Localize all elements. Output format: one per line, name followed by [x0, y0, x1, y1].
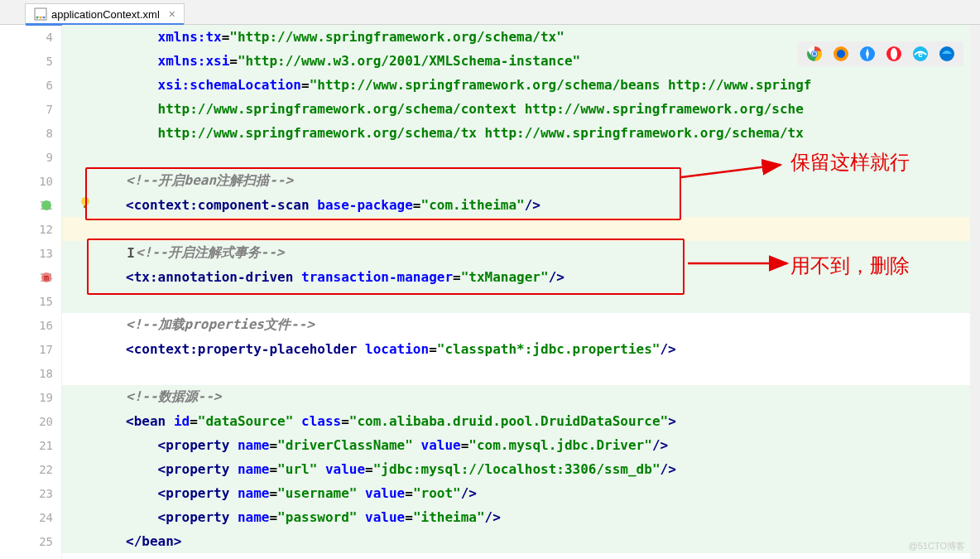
annotation-keep: 保留这样就行 [790, 149, 910, 176]
watermark: @51CTO博客 [909, 540, 965, 552]
svg-text:m: m [44, 273, 49, 282]
arrow-icon [688, 255, 794, 275]
svg-point-15 [837, 50, 845, 58]
ie-icon[interactable]: e [912, 46, 929, 62]
annotation-box-keep [85, 167, 681, 220]
arrow-icon [681, 161, 789, 189]
svg-point-13 [813, 52, 816, 55]
gutter: 4 5 6 7 8 9 10 11 12 13 14m 15 16 17 18 … [0, 25, 62, 559]
method-icon: m [40, 271, 53, 284]
close-icon[interactable]: × [169, 7, 175, 21]
svg-point-19 [891, 48, 897, 60]
svg-line-7 [681, 165, 781, 177]
safari-icon[interactable] [859, 46, 876, 62]
code-area[interactable]: xmlns:tx="http://www.springframework.org… [62, 25, 980, 559]
tab-filename: applicationContext.xml [51, 8, 160, 21]
chrome-icon[interactable] [806, 46, 823, 62]
edge-icon[interactable] [939, 46, 955, 62]
scrollbar[interactable] [970, 25, 980, 559]
svg-text:e: e [918, 50, 923, 59]
annotation-box-remove [87, 239, 685, 295]
file-tab[interactable]: applicationContext.xml × [25, 3, 185, 24]
svg-point-1 [41, 200, 51, 210]
browser-icons-toolbar: e [798, 41, 963, 66]
opera-icon[interactable] [886, 46, 902, 62]
tab-bar: applicationContext.xml × [0, 0, 980, 25]
firefox-icon[interactable] [833, 46, 849, 62]
bean-icon [40, 199, 53, 212]
editor[interactable]: 4 5 6 7 8 9 10 11 12 13 14m 15 16 17 18 … [0, 25, 980, 559]
xml-file-icon [34, 7, 47, 21]
annotation-remove: 用不到，删除 [790, 253, 910, 279]
